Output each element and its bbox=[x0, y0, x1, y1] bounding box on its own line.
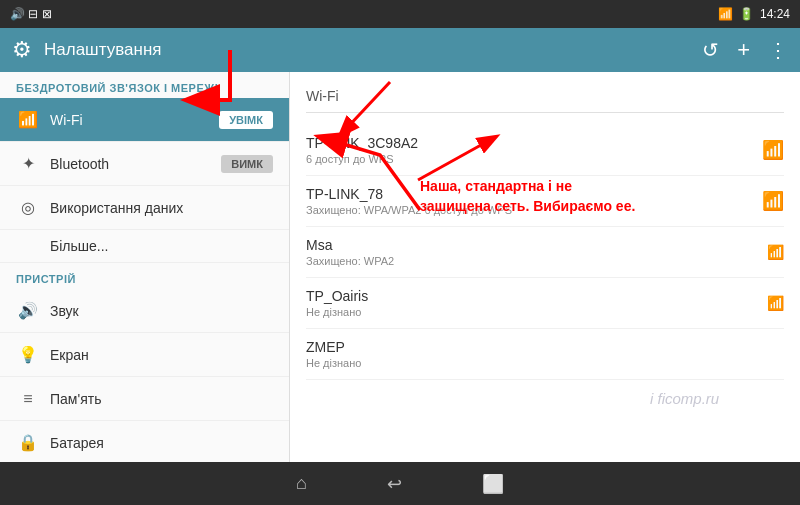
network-status-2: Захищено: WPA/WPA2 6 доступ до WPS bbox=[306, 204, 754, 216]
display-label: Екран bbox=[50, 347, 273, 363]
network-name-5: ZMЕР bbox=[306, 339, 784, 355]
home-icon[interactable]: ⌂ bbox=[296, 473, 307, 494]
data-usage-icon: ◎ bbox=[16, 198, 40, 217]
memory-icon: ≡ bbox=[16, 390, 40, 408]
battery-icon-menu: 🔒 bbox=[16, 433, 40, 452]
devices-section-label: ПРИСТРІЙ bbox=[0, 263, 289, 289]
memory-label: Пам'ять bbox=[50, 391, 273, 407]
sidebar-item-display[interactable]: 💡 Екран bbox=[0, 333, 289, 377]
battery-icon: 🔋 bbox=[739, 7, 754, 21]
status-bar: 🔊 ⊟ ⊠ 📶 🔋 14:24 bbox=[0, 0, 800, 28]
sidebar-item-bluetooth[interactable]: ✦ Bluetooth ВИМК bbox=[0, 142, 289, 186]
network-status-3: Захищено: WPA2 bbox=[306, 255, 759, 267]
network-name-4: TP_Oaіrіs bbox=[306, 288, 759, 304]
watermark: i ficomp.ru bbox=[650, 390, 719, 407]
wifi-panel-title: Wi-Fi bbox=[306, 88, 784, 113]
recent-apps-icon[interactable]: ⬜ bbox=[482, 473, 504, 495]
right-panel: Wi-Fi TP-LINK_3C98A2 6 доступ до WPS 📶 T… bbox=[290, 72, 800, 462]
more-link[interactable]: Більше... bbox=[0, 230, 289, 263]
top-bar: ⚙ Налаштування ↺ + ⋮ bbox=[0, 28, 800, 72]
sidebar-item-memory[interactable]: ≡ Пам'ять bbox=[0, 377, 289, 421]
top-bar-title: Налаштування bbox=[44, 40, 702, 60]
sidebar-item-data-usage[interactable]: ◎ Використання даних bbox=[0, 186, 289, 230]
sidebar-item-wifi[interactable]: 📶 Wi-Fi УВІМК bbox=[0, 98, 289, 142]
wifi-signal-icon-2: 📶 bbox=[762, 190, 784, 212]
add-icon[interactable]: + bbox=[737, 37, 750, 63]
left-panel: БЕЗДРОТОВИЙ ЗВ'ЯЗОК І МЕРЕЖІ 📶 Wi-Fi УВІ… bbox=[0, 72, 290, 462]
network-status-1: 6 доступ до WPS bbox=[306, 153, 754, 165]
status-right-icons: 📶 🔋 14:24 bbox=[718, 7, 790, 21]
bluetooth-label: Bluetooth bbox=[50, 156, 221, 172]
network-item-5[interactable]: ZMЕР Не дізнано bbox=[306, 329, 784, 380]
wifi-signal-icon-1: 📶 bbox=[762, 139, 784, 161]
network-item-2[interactable]: TP-LINK_78 Захищено: WPA/WPA2 6 доступ д… bbox=[306, 176, 784, 227]
data-usage-label: Використання даних bbox=[50, 200, 273, 216]
more-options-icon[interactable]: ⋮ bbox=[768, 38, 788, 62]
wifi-icon: 📶 bbox=[16, 110, 40, 129]
refresh-icon[interactable]: ↺ bbox=[702, 38, 719, 62]
network-status-5: Не дізнано bbox=[306, 357, 784, 369]
wireless-section-label: БЕЗДРОТОВИЙ ЗВ'ЯЗОК І МЕРЕЖІ bbox=[0, 72, 289, 98]
network-item-1[interactable]: TP-LINK_3C98A2 6 доступ до WPS 📶 bbox=[306, 125, 784, 176]
network-item-4[interactable]: TP_Oaіrіs Не дізнано 📶 bbox=[306, 278, 784, 329]
network-item-3[interactable]: Msa Захищено: WPA2 📶 bbox=[306, 227, 784, 278]
clock: 14:24 bbox=[760, 7, 790, 21]
network-name-2: TP-LINK_78 bbox=[306, 186, 754, 202]
network-name-3: Msa bbox=[306, 237, 759, 253]
bottom-bar: ⌂ ↩ ⬜ bbox=[0, 462, 800, 505]
wifi-label: Wi-Fi bbox=[50, 112, 219, 128]
bluetooth-toggle-button[interactable]: ВИМК bbox=[221, 155, 273, 173]
bluetooth-icon: ✦ bbox=[16, 154, 40, 173]
status-left-icons: 🔊 ⊟ ⊠ bbox=[10, 7, 52, 21]
wifi-signal-icon-3: 📶 bbox=[767, 244, 784, 260]
sidebar-item-battery[interactable]: 🔒 Батарея bbox=[0, 421, 289, 462]
wifi-status-icon: 📶 bbox=[718, 7, 733, 21]
sidebar-item-sound[interactable]: 🔊 Звук bbox=[0, 289, 289, 333]
sound-icon: 🔊 bbox=[16, 301, 40, 320]
wifi-toggle-button[interactable]: УВІМК bbox=[219, 111, 273, 129]
wifi-signal-icon-4: 📶 bbox=[767, 295, 784, 311]
display-icon: 💡 bbox=[16, 345, 40, 364]
network-status-4: Не дізнано bbox=[306, 306, 759, 318]
back-icon[interactable]: ↩ bbox=[387, 473, 402, 495]
battery-label: Батарея bbox=[50, 435, 273, 451]
network-name-1: TP-LINK_3C98A2 bbox=[306, 135, 754, 151]
sound-label: Звук bbox=[50, 303, 273, 319]
notification-icons: 🔊 ⊟ ⊠ bbox=[10, 7, 52, 21]
settings-gear-icon: ⚙ bbox=[12, 37, 32, 63]
